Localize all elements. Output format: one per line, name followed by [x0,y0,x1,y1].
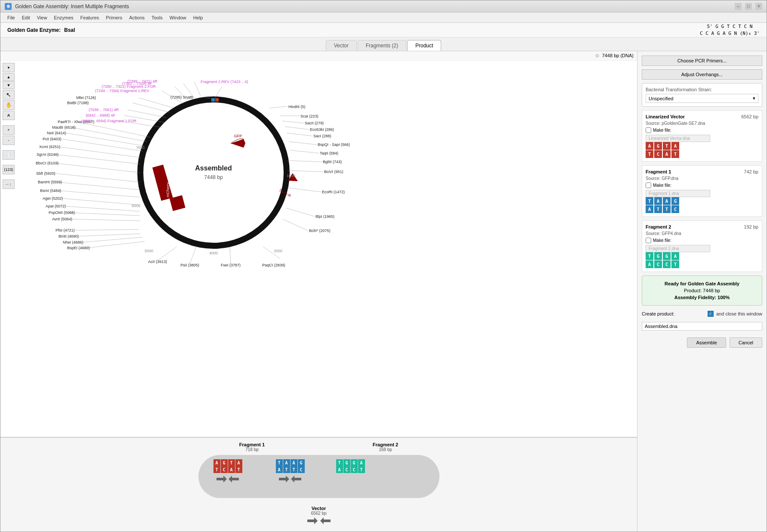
oh-t1: T [663,142,671,150]
assemble-button[interactable]: Assemble [687,337,726,348]
oh-t2: T [646,150,653,158]
adjust-overhangs-btn[interactable]: Adjust Overhangs... [642,69,762,80]
rev-arrow2[interactable] [291,476,301,483]
frag2-arrows [279,476,301,483]
strain-select[interactable]: Unspecified ▾ [646,94,758,103]
menu-file[interactable]: File [4,14,19,21]
lv-file-input[interactable] [646,135,710,142]
svg-text:TaqII (584): TaqII (584) [320,151,338,155]
map-tools: ▼ ▲ ▼ ↖ ✋ A + - 📄 (123 [3,63,15,189]
svg-marker-106 [229,476,232,483]
oh-cell: C [343,466,350,473]
svg-line-46 [82,237,142,242]
f1-source: Source: GFP.dna [646,176,758,181]
fwd-arrow[interactable] [216,476,227,483]
frag2-bp: 168 bp [373,447,398,452]
oh-cell: T [213,466,220,473]
oh-a: A [671,252,679,260]
fwd-arrow2[interactable] [279,476,289,483]
select-tool[interactable]: ↖ [3,90,15,99]
map-svg: GFP mCherry Spec-R Assembled 7448 bp 100… [15,65,411,276]
product-name-input[interactable] [642,322,762,331]
nav-down[interactable]: ▼ [3,81,15,89]
text-tool[interactable]: A [3,111,15,120]
menu-enzymes[interactable]: Enzymes [50,14,77,21]
frag1-arrows [216,476,239,483]
main-window: ⊕ Golden Gate Assembly: Insert Multiple … [0,0,767,532]
f1-checkbox[interactable] [646,182,651,188]
svg-rect-104 [216,478,223,480]
menu-view[interactable]: View [34,14,51,21]
lv-checkbox[interactable] [646,127,651,133]
assembly-display: Fragment 1 718 bp Fragment 2 168 bp [5,442,633,527]
lv-source-value: pGoldenGate-SE7.dna [662,121,705,126]
lv-make-label: Make file: [653,128,671,133]
rev-arrow[interactable] [229,476,239,483]
menu-help[interactable]: Help [190,14,207,21]
menu-features[interactable]: Features [77,14,102,21]
oh-cell: T [276,459,283,466]
svg-line-41 [190,247,196,264]
svg-text:7448 bp: 7448 bp [204,174,223,180]
num-tool[interactable]: (123) [3,165,15,174]
svg-line-54 [68,213,140,216]
left-panel: ⊙ 7448 bp (DNA) ▼ ▲ ▼ ↖ ✋ [0,51,637,532]
cancel-button[interactable]: Cancel [730,337,762,348]
svg-line-43 [158,247,177,260]
svg-text:PciI (6403): PciI (6403) [43,137,62,141]
vector-rev-arrow[interactable] [320,517,331,524]
svg-rect-107 [232,478,239,480]
svg-marker-105 [223,476,227,483]
vector-fwd-arrow[interactable] [307,517,318,524]
svg-line-48 [78,234,140,236]
plus-tool[interactable]: + [3,125,15,135]
hand-tool[interactable]: ✋ [3,100,15,110]
oh-a: A [654,197,662,205]
menu-actions[interactable]: Actions [126,14,148,21]
svg-text:(7039 .. 7061)  4R: (7039 .. 7061) 4R [89,108,119,112]
oh-c: C [654,260,662,268]
minus-tool[interactable]: - [3,136,15,145]
oh-cell: T [291,466,297,473]
f2-file-input[interactable] [646,245,710,252]
frag2-name: Fragment 2 [373,442,398,447]
menu-tools[interactable]: Tools [148,14,166,21]
page-tool[interactable]: 📄 [3,150,15,160]
f1-source-label: Source: [646,176,662,181]
main-tabs: Vector Fragments (2) Product [0,37,767,51]
svg-text:HindIII (5): HindIII (5) [288,105,306,109]
svg-text:AgeI (5202): AgeI (5202) [43,196,63,201]
seq-bot: C C A G A G N (N)₄ 3' [700,30,760,37]
assembly-product: Product: 7448 bp [647,288,757,293]
oh-g2: G [663,252,671,260]
nav-up[interactable]: ▲ [3,73,15,81]
svg-text:(7295)  SnaBI: (7295) SnaBI [170,95,193,99]
window-controls: – □ × [735,3,762,10]
ruler-tool[interactable]: ⋯⋮ [3,179,15,189]
tab-vector[interactable]: Vector [326,40,357,51]
svg-rect-102 [211,98,215,102]
svg-text:EcoRI (1472): EcoRI (1472) [322,190,345,194]
tab-product[interactable]: Product [407,40,441,51]
tab-fragments[interactable]: Fragments (2) [358,40,406,51]
f2-checkbox[interactable] [646,238,651,243]
svg-text:MauBI (6518): MauBI (6518) [52,125,76,130]
close-button[interactable]: × [755,3,762,10]
zoom-tool[interactable]: ▼ [3,63,15,72]
create-checkbox[interactable]: ✓ [708,311,714,317]
svg-rect-108 [279,478,286,480]
svg-text:2000: 2000 [274,249,282,253]
oh-cell: C [298,466,305,473]
maximize-button[interactable]: □ [745,3,752,10]
f1-file-input[interactable] [646,190,710,197]
svg-rect-103 [215,98,219,102]
menu-primers[interactable]: Primers [102,14,126,21]
fragment1-section: Fragment 1 742 bp Source: GFP.dna Make f… [642,165,762,217]
svg-line-62 [57,182,140,190]
menu-edit[interactable]: Edit [19,14,34,21]
f1-make-file: Make file: [646,182,758,188]
svg-text:SacI (288): SacI (288) [313,134,331,138]
minimize-button[interactable]: – [735,3,742,10]
choose-pcr-btn[interactable]: Choose PCR Primers... [642,56,762,66]
menu-window[interactable]: Window [166,14,190,21]
